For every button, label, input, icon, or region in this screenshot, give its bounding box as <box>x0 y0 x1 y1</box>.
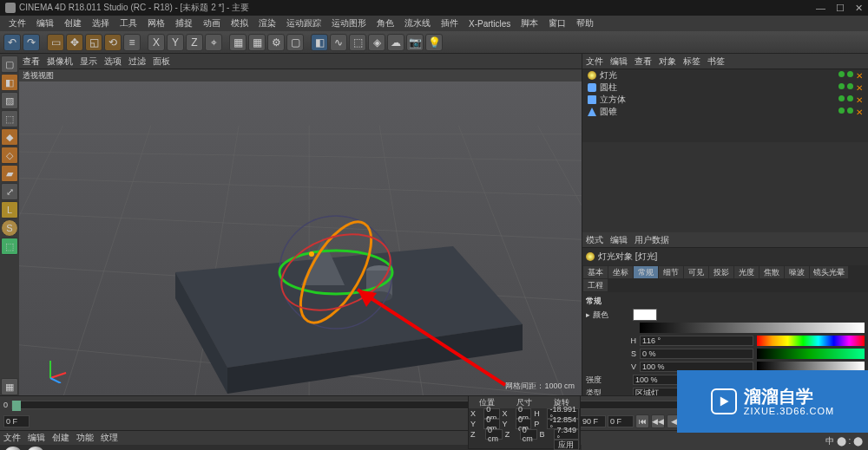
workplane-toggle[interactable]: ⬚ <box>1 238 18 255</box>
point-mode[interactable]: ◆ <box>1 128 18 146</box>
menu-mesh[interactable]: 网格 <box>142 17 170 29</box>
menu-select[interactable]: 选择 <box>87 17 115 29</box>
menu-pipeline[interactable]: 流水线 <box>399 17 436 29</box>
menu-render[interactable]: 渲染 <box>253 17 281 29</box>
add-deformer[interactable]: ◈ <box>368 34 385 51</box>
x-axis-lock[interactable]: X <box>148 34 165 51</box>
render-region[interactable]: ▦ <box>248 34 266 51</box>
attr-mode[interactable]: 模式 <box>586 234 603 246</box>
frame-start-field[interactable]: 0 F <box>3 415 30 427</box>
om-tab-file[interactable]: 文件 <box>586 55 603 68</box>
snap-toggle[interactable]: S <box>1 219 18 237</box>
poly-mode[interactable]: ▰ <box>1 165 18 182</box>
attr-tab-noise[interactable]: 噪波 <box>785 266 809 278</box>
add-camera[interactable]: 📷 <box>406 34 424 51</box>
render-settings[interactable]: ⚙ <box>267 34 285 51</box>
y-axis-lock[interactable]: Y <box>167 34 184 51</box>
attr-tab-coord[interactable]: 坐标 <box>608 266 633 278</box>
object-tree[interactable]: 灯光 ✕ 圆柱 ✕ 立方体 ✕ 圆锥 ✕ <box>582 69 868 142</box>
vp-menu-cameras[interactable]: 摄像机 <box>47 55 73 68</box>
mat-tab-function[interactable]: 功能 <box>76 432 94 444</box>
menu-animate[interactable]: 动画 <box>198 17 226 29</box>
menu-create[interactable]: 创建 <box>59 17 87 29</box>
coords-apply[interactable]: 应用 <box>554 440 579 450</box>
menu-motiontrack[interactable]: 运动跟踪 <box>281 17 326 29</box>
workplane-mode[interactable]: ⬚ <box>1 110 18 127</box>
edge-mode[interactable]: ◇ <box>1 147 18 164</box>
add-environment[interactable]: ☁ <box>387 34 404 51</box>
timeline-playhead[interactable] <box>12 401 21 411</box>
om-tab-edit[interactable]: 编辑 <box>610 55 628 68</box>
menu-edit[interactable]: 编辑 <box>31 17 59 29</box>
attr-tab-caustics[interactable]: 焦散 <box>760 266 784 278</box>
recent-tool[interactable]: ≡ <box>123 34 141 51</box>
attr-edit[interactable]: 编辑 <box>610 234 628 246</box>
object-row-cone[interactable]: 圆锥 ✕ <box>582 106 868 118</box>
attr-tab-lens[interactable]: 镜头光晕 <box>810 266 848 278</box>
axis-mode[interactable]: ⤢ <box>1 183 18 200</box>
pos-z[interactable]: 0 cm <box>485 429 503 440</box>
move-tool[interactable]: ✥ <box>66 34 83 51</box>
object-row-cylinder[interactable]: 圆柱 ✕ <box>582 82 868 94</box>
attr-tab-project[interactable]: 工程 <box>583 279 608 291</box>
s-field[interactable]: 0 % <box>640 349 753 359</box>
minimize-button[interactable]: — <box>816 3 825 14</box>
vp-menu-view[interactable]: 查看 <box>23 55 40 68</box>
mat-tab-create[interactable]: 创建 <box>52 432 69 444</box>
add-light[interactable]: 💡 <box>425 34 443 51</box>
om-tab-view[interactable]: 查看 <box>635 55 652 68</box>
object-row-light[interactable]: 灯光 ✕ <box>582 69 868 82</box>
object-row-cube[interactable]: 立方体 ✕ <box>582 94 868 106</box>
menu-help[interactable]: 帮助 <box>571 17 599 29</box>
render-view[interactable]: ▦ <box>229 34 247 51</box>
size-z[interactable]: 0 cm <box>520 429 537 440</box>
om-tab-tags[interactable]: 标签 <box>683 55 700 68</box>
rotate-gizmo[interactable] <box>271 207 401 337</box>
attr-userdata[interactable]: 用户数据 <box>635 234 669 246</box>
frame-end-field[interactable]: 90 F <box>580 415 606 427</box>
prev-key[interactable]: ◀◀ <box>651 414 665 428</box>
menu-window[interactable]: 窗口 <box>543 17 571 29</box>
enable-axis[interactable]: L <box>1 201 18 218</box>
make-editable[interactable]: ▢ <box>1 55 18 73</box>
coord-system[interactable]: ⌖ <box>205 34 222 51</box>
z-axis-lock[interactable]: Z <box>186 34 203 51</box>
viewport-3d[interactable]: 网格间距：1000 cm <box>19 82 582 395</box>
om-tab-objects[interactable]: 对象 <box>659 55 676 68</box>
close-button[interactable]: ✕ <box>855 3 863 14</box>
viewport-settings[interactable]: ▦ <box>1 378 18 395</box>
rot-b[interactable]: 7.349 ° <box>554 429 579 440</box>
attr-tab-general[interactable]: 常规 <box>634 266 658 278</box>
menu-character[interactable]: 角色 <box>372 17 399 29</box>
rotate-tool[interactable]: ⟲ <box>104 34 122 51</box>
select-tool[interactable]: ▭ <box>47 34 64 51</box>
attr-tab-basic[interactable]: 基本 <box>583 266 608 278</box>
add-generator[interactable]: ⬚ <box>349 34 366 51</box>
model-mode[interactable]: ◧ <box>1 74 18 91</box>
redo-button[interactable]: ↷ <box>23 34 40 51</box>
menu-file[interactable]: 文件 <box>3 17 31 29</box>
picture-viewer[interactable]: ▢ <box>286 34 304 51</box>
menu-plugins[interactable]: 插件 <box>436 17 464 29</box>
sat-slider[interactable] <box>757 349 865 359</box>
mat-tab-edit[interactable]: 编辑 <box>28 432 45 444</box>
vp-menu-display[interactable]: 显示 <box>80 55 97 68</box>
maximize-button[interactable]: ☐ <box>836 3 845 14</box>
frame-cur-field[interactable]: 0 F <box>608 415 634 427</box>
attr-tab-photometric[interactable]: 光度 <box>734 266 759 278</box>
texture-mode[interactable]: ▨ <box>1 92 18 109</box>
attr-tab-shadow[interactable]: 投影 <box>709 266 733 278</box>
color-swatch[interactable] <box>633 309 657 321</box>
undo-button[interactable]: ↶ <box>3 34 21 51</box>
add-cube[interactable]: ◧ <box>311 34 328 51</box>
add-spline[interactable]: ∿ <box>330 34 347 51</box>
attr-tab-visibility[interactable]: 可见 <box>684 266 708 278</box>
menu-tools[interactable]: 工具 <box>115 17 142 29</box>
attr-tab-details[interactable]: 细节 <box>659 266 683 278</box>
hue-slider[interactable] <box>757 336 865 346</box>
goto-start[interactable]: ⏮ <box>635 414 649 428</box>
menu-xparticles[interactable]: X-Particles <box>464 19 516 29</box>
menu-mograph[interactable]: 运动图形 <box>326 17 372 29</box>
menu-script[interactable]: 脚本 <box>516 17 543 29</box>
vp-menu-options[interactable]: 选项 <box>104 55 122 68</box>
